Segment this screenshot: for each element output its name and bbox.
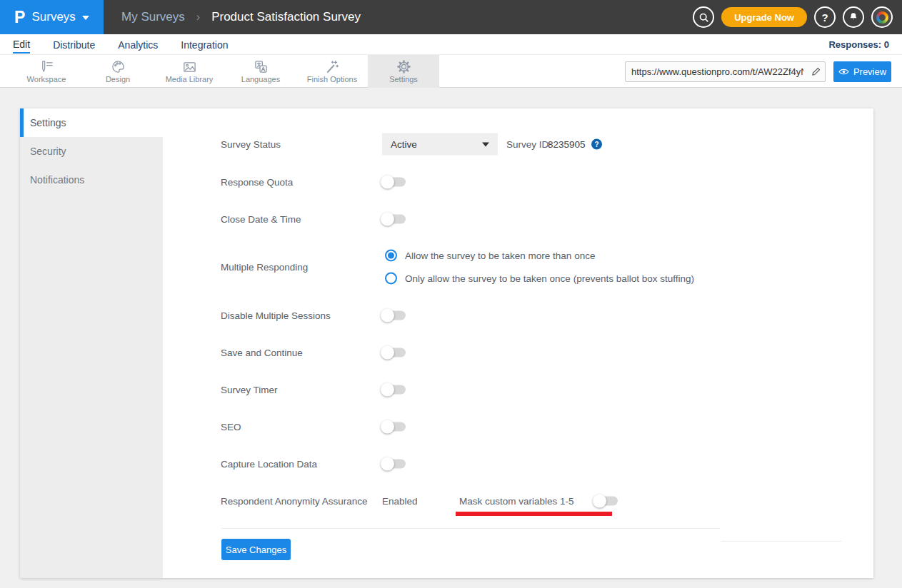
- sidebar-item-settings[interactable]: Settings: [20, 108, 163, 137]
- form-divider: [721, 541, 841, 542]
- magic-wand-icon: [325, 59, 340, 74]
- survey-url-box: [625, 61, 826, 82]
- responses-count[interactable]: Responses: 0: [828, 39, 889, 50]
- top-bar-actions: Upgrade Now ?: [693, 6, 893, 28]
- survey-status-value: Active: [391, 139, 417, 150]
- disable-multiple-sessions-toggle[interactable]: [382, 311, 406, 320]
- product-switcher[interactable]: P Surveys: [0, 0, 104, 34]
- radio-option-taken-once[interactable]: Only allow the survey to be taken once (…: [385, 273, 694, 285]
- form-divider: [221, 528, 720, 529]
- breadcrumb-survey-title: Product Satisfaction Survey: [211, 10, 361, 24]
- save-and-continue-toggle[interactable]: [382, 348, 406, 358]
- sidebar-item-notifications[interactable]: Notifications: [20, 166, 163, 194]
- settings-card: Settings Security Notifications Survey S…: [20, 108, 873, 578]
- palette-icon: [111, 59, 126, 74]
- tab-integration[interactable]: Integration: [181, 36, 228, 53]
- settings-side-nav: Settings Security Notifications: [20, 108, 163, 578]
- survey-status-label: Survey Status: [221, 139, 281, 150]
- close-date-time-label: Close Date & Time: [221, 214, 301, 225]
- capture-location-data-label: Capture Location Data: [221, 459, 317, 470]
- seo-toggle[interactable]: [382, 422, 406, 432]
- respondent-anonymity-status: Enabled: [382, 496, 418, 507]
- toolbar-label: Finish Options: [307, 75, 357, 83]
- radio-selected-icon[interactable]: [385, 250, 397, 262]
- chevron-down-icon: [82, 16, 89, 20]
- translate-icon: [254, 59, 269, 74]
- survey-timer-toggle[interactable]: [382, 385, 406, 395]
- survey-url-input[interactable]: [626, 66, 806, 77]
- highlight-underline: [456, 512, 612, 516]
- toolbar-item-finish-options[interactable]: Finish Options: [296, 55, 368, 88]
- tab-distribute[interactable]: Distribute: [53, 36, 95, 53]
- upgrade-now-button[interactable]: Upgrade Now: [721, 7, 807, 27]
- multiple-responding-label: Multiple Responding: [221, 262, 308, 273]
- toolbar-item-media-library[interactable]: Media Library: [154, 55, 225, 88]
- tab-analytics[interactable]: Analytics: [118, 36, 158, 53]
- toolbar-item-settings[interactable]: Settings: [368, 55, 439, 88]
- toolbar-item-workspace[interactable]: Workspace: [11, 55, 82, 88]
- workspace-icon: [39, 59, 54, 74]
- tab-edit[interactable]: Edit: [13, 36, 30, 54]
- product-menu-label: Surveys: [31, 10, 75, 24]
- toolbar-label: Design: [106, 75, 130, 83]
- survey-nav-tabs: Edit Distribute Analytics Integration Re…: [0, 34, 902, 55]
- bell-icon: [848, 11, 859, 23]
- radio-option-label: Only allow the survey to be taken once (…: [405, 273, 694, 284]
- radio-option-taken-more-than-once[interactable]: Allow the survey to be taken more than o…: [385, 250, 595, 262]
- toolbar-label: Languages: [241, 75, 280, 83]
- gear-icon: [396, 59, 411, 74]
- help-button[interactable]: ?: [814, 6, 836, 28]
- search-icon: [698, 12, 709, 23]
- seo-label: SEO: [221, 422, 241, 432]
- search-button[interactable]: [693, 6, 714, 28]
- avatar-gauge-icon: [873, 9, 891, 26]
- image-icon: [182, 59, 197, 74]
- notifications-button[interactable]: [843, 6, 864, 28]
- toolbar-item-languages[interactable]: Languages: [225, 55, 296, 88]
- questionpro-settings-page: P Surveys My Surveys › Product Satisfact…: [0, 0, 902, 588]
- survey-id-help-icon[interactable]: ?: [591, 139, 602, 150]
- close-date-time-toggle[interactable]: [382, 215, 406, 224]
- preview-button[interactable]: Preview: [833, 61, 891, 82]
- capture-location-data-toggle[interactable]: [382, 460, 406, 469]
- survey-id-value: 8235905: [548, 139, 586, 150]
- save-changes-button[interactable]: Save Changes: [221, 539, 291, 560]
- radio-option-label: Allow the survey to be taken more than o…: [405, 250, 595, 261]
- survey-id-label: Survey ID:: [506, 139, 551, 150]
- sidebar-item-security[interactable]: Security: [20, 137, 163, 166]
- respondent-anonymity-label: Respondent Anonymity Assurance: [221, 496, 368, 507]
- radio-unselected-icon[interactable]: [385, 273, 397, 285]
- mask-custom-variables-label: Mask custom variables 1-5: [459, 496, 574, 507]
- breadcrumb-my-surveys[interactable]: My Surveys: [121, 10, 185, 24]
- pencil-icon: [811, 67, 821, 76]
- breadcrumb: My Surveys › Product Satisfaction Survey: [121, 10, 361, 24]
- account-avatar[interactable]: [871, 6, 893, 28]
- preview-label: Preview: [853, 66, 886, 77]
- eye-icon: [838, 68, 849, 76]
- breadcrumb-separator: ›: [196, 11, 200, 24]
- survey-timer-label: Survey Timer: [221, 385, 278, 395]
- top-bar: P Surveys My Surveys › Product Satisfact…: [0, 0, 902, 34]
- edit-url-button[interactable]: [806, 67, 825, 76]
- toolbar-label: Settings: [389, 75, 418, 83]
- save-and-continue-label: Save and Continue: [221, 348, 303, 358]
- question-mark-icon: ?: [821, 11, 828, 24]
- toolbar-label: Media Library: [166, 75, 214, 83]
- response-quota-label: Response Quota: [221, 177, 293, 188]
- toolbar-label: Workspace: [27, 75, 66, 83]
- questionpro-logo: P: [14, 9, 25, 26]
- disable-multiple-sessions-label: Disable Multiple Sessions: [221, 310, 331, 321]
- survey-status-dropdown[interactable]: Active: [382, 133, 498, 156]
- chevron-down-icon: [482, 142, 489, 146]
- response-quota-toggle[interactable]: [382, 178, 406, 187]
- toolbar-item-design[interactable]: Design: [82, 55, 154, 88]
- mask-custom-variables-toggle[interactable]: [594, 497, 618, 506]
